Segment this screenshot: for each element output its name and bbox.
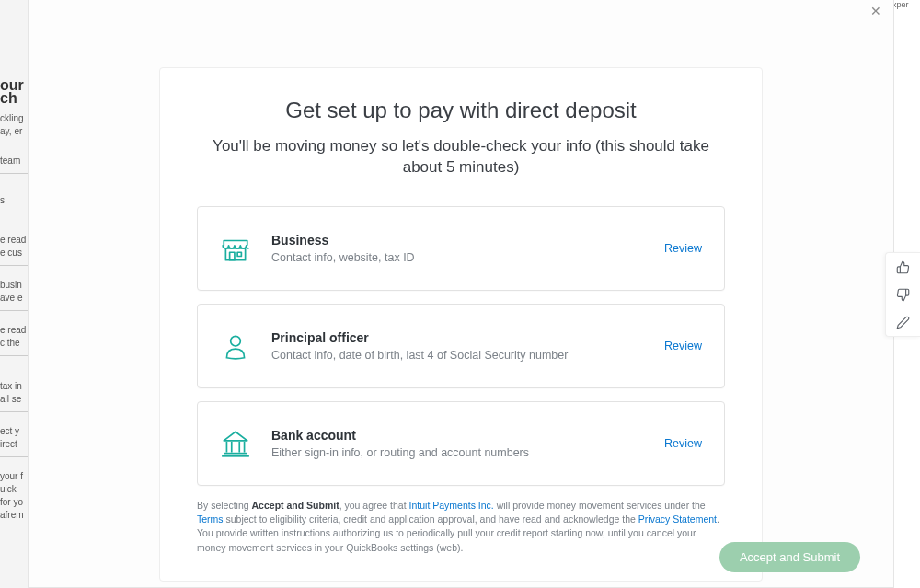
setup-modal: ✕ Get set up to pay with direct deposit … bbox=[28, 0, 894, 588]
bank-icon bbox=[220, 428, 251, 459]
review-link[interactable]: Review bbox=[664, 437, 702, 450]
section-title: Business bbox=[271, 233, 644, 248]
section-desc: Contact info, date of birth, last 4 of S… bbox=[271, 349, 644, 362]
section-principal-officer[interactable]: Principal officer Contact info, date of … bbox=[197, 304, 725, 388]
section-title: Principal officer bbox=[271, 330, 644, 345]
section-business[interactable]: Business Contact info, website, tax ID R… bbox=[197, 206, 725, 291]
setup-card: Get set up to pay with direct deposit Yo… bbox=[159, 67, 763, 582]
section-bank-account[interactable]: Bank account Either sign-in info, or rou… bbox=[197, 401, 725, 486]
terms-link[interactable]: Terms bbox=[197, 513, 224, 525]
thumbs-up-icon[interactable] bbox=[886, 253, 920, 281]
section-desc: Either sign-in info, or routing and acco… bbox=[271, 446, 644, 459]
card-subtitle: You'll be moving money so let's double-c… bbox=[213, 136, 709, 179]
section-desc: Contact info, website, tax ID bbox=[271, 251, 644, 264]
accept-submit-button[interactable]: Accept and Submit bbox=[719, 542, 860, 572]
review-link[interactable]: Review bbox=[664, 242, 702, 255]
svg-rect-1 bbox=[230, 252, 235, 260]
bg-heading: ch bbox=[0, 92, 28, 105]
background-left-strip: our ch ckling ay, er team s e read e cus… bbox=[0, 0, 28, 588]
intuit-payments-link[interactable]: Intuit Payments Inc. bbox=[409, 500, 494, 511]
storefront-icon bbox=[220, 233, 251, 264]
close-icon[interactable]: ✕ bbox=[869, 5, 882, 17]
svg-rect-0 bbox=[225, 248, 245, 260]
background-top-right: xper bbox=[892, 0, 920, 18]
feedback-widget bbox=[885, 252, 920, 337]
edit-icon[interactable] bbox=[886, 308, 920, 336]
thumbs-down-icon[interactable] bbox=[886, 281, 920, 308]
legal-text: By selecting Accept and Submit, you agre… bbox=[197, 499, 725, 555]
person-icon bbox=[220, 330, 251, 362]
card-title: Get set up to pay with direct deposit bbox=[197, 98, 725, 123]
svg-point-3 bbox=[231, 336, 241, 346]
svg-rect-2 bbox=[237, 252, 241, 256]
section-title: Bank account bbox=[271, 428, 644, 443]
privacy-link[interactable]: Privacy Statement bbox=[638, 513, 717, 525]
review-link[interactable]: Review bbox=[664, 340, 702, 352]
